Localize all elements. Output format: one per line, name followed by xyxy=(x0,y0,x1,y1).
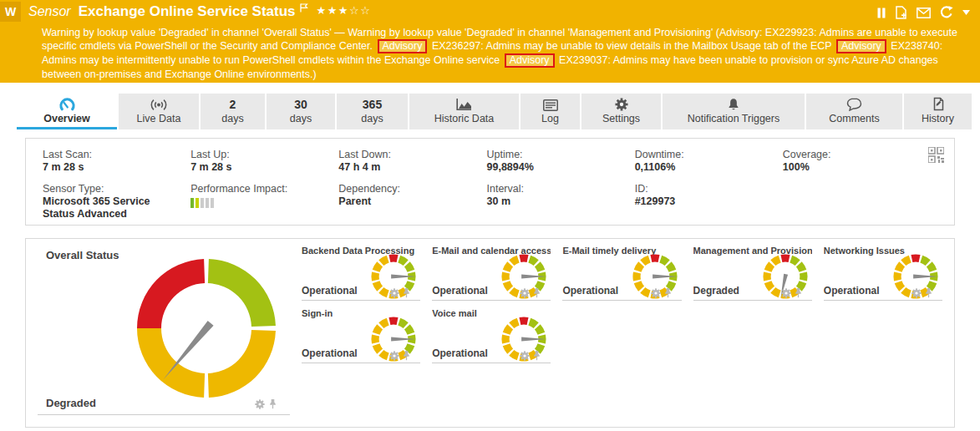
impact-bar xyxy=(201,198,204,208)
sensor-warning-banner: W Sensor Exchange Online Service Status … xyxy=(0,0,980,83)
channel-status: Operational xyxy=(302,285,358,297)
tab-2-days[interactable]: 2 days xyxy=(201,94,265,129)
tab-label: Notification Triggers xyxy=(688,113,779,124)
info-field-value: 30 m xyxy=(487,195,625,208)
channel-gauge-cell: E-Mail timely delivery Operational xyxy=(562,246,681,301)
tab-icon xyxy=(456,97,472,111)
impact-bar xyxy=(211,198,214,208)
pin-icon[interactable] xyxy=(403,350,410,361)
advisory-highlight-chip: Advisory xyxy=(836,39,886,53)
tab-comments[interactable]: Comments xyxy=(806,94,902,129)
info-field: Last Up: 7 m 28 s xyxy=(190,149,328,174)
gear-icon[interactable] xyxy=(389,351,399,361)
channel-cell-icons xyxy=(911,287,932,298)
channel-gauge-cell: Voice mail Operational xyxy=(432,308,551,363)
app-logo[interactable]: W xyxy=(0,2,21,22)
channel-cell-icons xyxy=(520,287,541,298)
gear-icon[interactable] xyxy=(520,351,530,361)
tab-historic-data[interactable]: Historic Data xyxy=(409,94,519,129)
info-field-value: 7 m 28 s xyxy=(43,161,180,174)
channel-status: Operational xyxy=(432,347,488,359)
tab-icon xyxy=(543,97,558,111)
overall-status-value: Degraded xyxy=(46,397,96,409)
tab-30-days[interactable]: 30 days xyxy=(267,94,335,129)
object-kind-label: Sensor xyxy=(28,4,71,19)
flag-icon[interactable] xyxy=(300,3,308,15)
info-field-value: 0,1106% xyxy=(635,161,773,174)
tab-history[interactable]: History xyxy=(904,94,972,129)
email-icon[interactable] xyxy=(917,8,931,18)
info-field: Coverage: 100% xyxy=(783,149,921,174)
tab-overview[interactable]: Overview xyxy=(17,94,117,129)
channel-status: Operational xyxy=(562,285,618,297)
channel-status: Operational xyxy=(432,285,488,297)
tab-365-days[interactable]: 365 days xyxy=(337,94,408,129)
info-field-label: Last Scan: xyxy=(43,149,180,161)
info-field-label: Performance Impact: xyxy=(190,183,328,195)
channel-gauge-grid: Backend Data Processing Operational E-Ma… xyxy=(302,246,942,415)
info-field: ID: #129973 xyxy=(635,183,773,221)
channel-cell-icons xyxy=(651,287,672,298)
tab-icon xyxy=(728,97,739,111)
pin-icon[interactable] xyxy=(795,287,802,298)
impact-bar xyxy=(190,198,194,208)
info-field: Downtime: 0,1106% xyxy=(635,149,773,174)
qr-code-icon[interactable] xyxy=(928,147,944,165)
pause-icon[interactable] xyxy=(877,8,886,18)
info-field-value xyxy=(190,198,328,208)
info-field-label: Last Down: xyxy=(338,149,476,161)
overall-status-cell: Overall Status Degraded xyxy=(38,246,290,415)
channel-gauges-panel: Overall Status Degraded Backend Data Pro… xyxy=(25,238,955,428)
tab-number: 30 xyxy=(294,99,307,111)
pin-icon[interactable] xyxy=(269,398,277,409)
channel-gauge-cell: Sign-in Operational xyxy=(302,308,420,363)
channel-status: Operational xyxy=(824,285,880,297)
info-field-label: Dependency: xyxy=(338,183,476,195)
tab-icon: 2 xyxy=(230,97,236,111)
pin-icon[interactable] xyxy=(664,287,672,298)
pin-icon[interactable] xyxy=(925,287,932,298)
tab-log[interactable]: Log xyxy=(520,94,580,129)
overall-cell-icons xyxy=(255,398,277,409)
gear-icon[interactable] xyxy=(520,288,530,298)
channel-status: Operational xyxy=(302,347,358,359)
info-field-value: Microsoft 365 Service Status Advanced xyxy=(43,195,180,221)
tab-label: History xyxy=(922,113,954,124)
info-field-label: Last Up: xyxy=(190,149,328,161)
info-field: Sensor Type: Microsoft 365 Service Statu… xyxy=(43,183,180,221)
tab-notification-triggers[interactable]: Notification Triggers xyxy=(663,94,805,129)
priority-stars[interactable]: ★★★☆☆ xyxy=(317,4,372,17)
gear-icon[interactable] xyxy=(911,288,922,298)
info-field: Dependency: Parent xyxy=(338,183,476,221)
channel-cell-icons xyxy=(389,350,410,361)
tab-settings[interactable]: Settings xyxy=(581,94,661,129)
info-field: Last Scan: 7 m 28 s xyxy=(43,149,180,174)
tab-icon: 365 xyxy=(363,97,382,111)
tab-label: days xyxy=(361,113,383,124)
refresh-icon[interactable] xyxy=(940,6,953,19)
header-toolbar xyxy=(877,6,970,19)
pin-icon[interactable] xyxy=(533,287,541,298)
gear-icon[interactable] xyxy=(389,288,399,298)
tab-icon: 30 xyxy=(294,97,307,111)
gear-icon[interactable] xyxy=(651,288,661,298)
info-field: Last Down: 47 h 4 m xyxy=(338,149,476,174)
pin-icon[interactable] xyxy=(533,350,541,361)
channel-cell-icons xyxy=(781,287,802,298)
gear-icon[interactable] xyxy=(781,288,791,298)
info-field: Interval: 30 m xyxy=(487,183,625,221)
tab-icon xyxy=(59,97,75,111)
dropdown-caret-icon[interactable] xyxy=(962,10,970,15)
add-report-icon[interactable] xyxy=(895,6,907,19)
impact-bar xyxy=(206,198,209,208)
gear-icon[interactable] xyxy=(255,399,265,409)
info-field xyxy=(783,183,921,221)
channel-gauge-cell: Networking Issues Operational xyxy=(824,246,942,301)
performance-impact-bars xyxy=(190,198,328,208)
tab-icon xyxy=(932,97,944,111)
tab-live-data[interactable]: Live Data xyxy=(119,94,199,129)
pin-icon[interactable] xyxy=(403,287,410,298)
tab-label: Live Data xyxy=(137,113,181,124)
channel-cell-icons xyxy=(520,350,541,361)
info-field-value: 7 m 28 s xyxy=(190,161,328,174)
